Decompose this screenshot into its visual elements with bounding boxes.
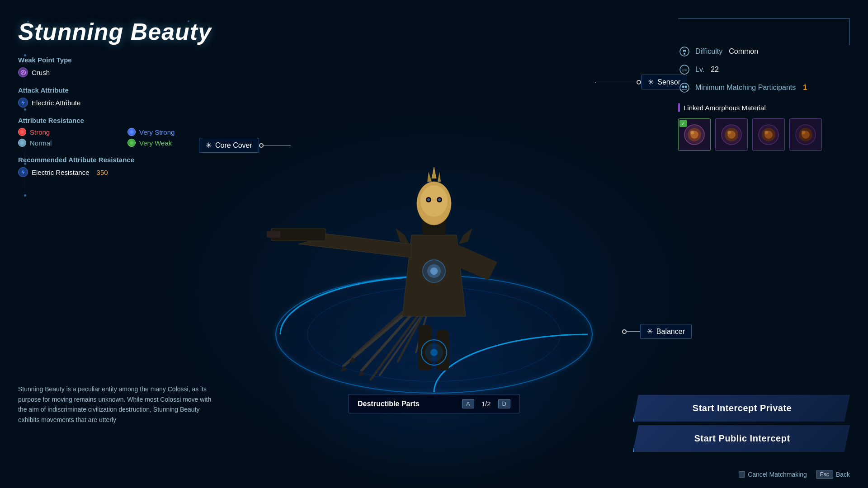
level-label: Lv. bbox=[695, 66, 704, 74]
svg-point-40 bbox=[690, 131, 694, 134]
difficulty-label: Difficulty bbox=[695, 47, 722, 56]
balancer-callout: ✳ Balancer bbox=[622, 324, 692, 339]
material-item-2 bbox=[715, 118, 748, 151]
balancer-label: ✳ Balancer bbox=[640, 324, 692, 339]
weak-point-value: Crush bbox=[32, 69, 50, 76]
prev-key[interactable]: A bbox=[462, 399, 474, 408]
recommended-electric-icon bbox=[18, 167, 28, 177]
attack-attribute-value: Electric Attribute bbox=[32, 99, 80, 107]
title-accent-bar bbox=[678, 103, 680, 112]
resistance-normal: Normal bbox=[18, 139, 117, 147]
material-item-4 bbox=[789, 118, 822, 151]
svg-marker-11 bbox=[358, 371, 365, 376]
action-buttons: Start Intercept Private Start Public Int… bbox=[633, 395, 850, 452]
esc-key[interactable]: Esc bbox=[816, 470, 833, 479]
very-weak-label: Very Weak bbox=[139, 139, 172, 147]
svg-point-25 bbox=[427, 198, 430, 201]
level-value: 22 bbox=[711, 66, 719, 74]
material-item-3 bbox=[752, 118, 785, 151]
destructible-parts-bar: Destructible Parts A 1/2 D bbox=[348, 394, 520, 413]
very-strong-dot bbox=[127, 128, 136, 136]
cancel-matchmaking-area: Cancel Matchmaking bbox=[739, 471, 807, 478]
parts-navigation: A 1/2 D bbox=[462, 399, 510, 408]
material-check-1: ✓ bbox=[679, 120, 687, 127]
bottom-bar: Cancel Matchmaking Esc Back bbox=[739, 470, 850, 479]
sensor-callout: ✳ Sensor bbox=[595, 75, 687, 89]
back-label: Back bbox=[836, 471, 850, 478]
sep-dot bbox=[24, 194, 26, 197]
difficulty-value: Common bbox=[729, 47, 758, 56]
destructible-parts-label: Destructible Parts bbox=[358, 400, 420, 408]
svg-point-52 bbox=[802, 131, 805, 134]
svg-point-31 bbox=[684, 53, 685, 55]
strong-label: Strong bbox=[30, 128, 50, 136]
svg-marker-12 bbox=[340, 366, 347, 371]
core-cover-label: ✳ Core Cover bbox=[199, 138, 259, 153]
level-icon: UP bbox=[678, 63, 691, 76]
top-right-accent bbox=[678, 18, 850, 45]
difficulty-icon bbox=[678, 45, 691, 58]
difficulty-row: Difficulty Common bbox=[678, 45, 850, 58]
cancel-matchmaking-label: Cancel Matchmaking bbox=[748, 471, 807, 478]
svg-point-26 bbox=[438, 198, 441, 201]
back-area[interactable]: Esc Back bbox=[816, 470, 850, 479]
electric-icon bbox=[18, 98, 28, 108]
svg-text:UP: UP bbox=[682, 68, 688, 72]
min-participants-value: 1 bbox=[803, 84, 807, 92]
svg-point-35 bbox=[682, 86, 684, 88]
svg-point-44 bbox=[727, 131, 731, 134]
resistance-strong: Strong bbox=[18, 128, 117, 136]
start-intercept-private-button[interactable]: Start Intercept Private bbox=[633, 395, 850, 422]
svg-point-36 bbox=[685, 86, 687, 88]
participants-icon bbox=[678, 81, 691, 94]
linked-material-title: Linked Amorphous Material bbox=[678, 103, 850, 112]
recommended-attribute-value: Electric Resistance bbox=[32, 169, 90, 176]
svg-rect-20 bbox=[267, 231, 280, 238]
cancel-checkbox bbox=[739, 471, 745, 478]
svg-point-22 bbox=[420, 185, 448, 217]
strong-dot bbox=[18, 128, 26, 136]
start-public-intercept-button[interactable]: Start Public Intercept bbox=[633, 425, 850, 452]
parts-page: 1/2 bbox=[481, 400, 491, 408]
min-participants-row: Minimum Matching Participants 1 bbox=[678, 81, 850, 94]
svg-point-18 bbox=[430, 267, 438, 275]
normal-dot bbox=[18, 139, 26, 147]
materials-grid: ✓ bbox=[678, 118, 850, 151]
recommended-value: 350 bbox=[97, 169, 108, 176]
level-row: UP Lv. 22 bbox=[678, 63, 850, 76]
min-participants-label: Minimum Matching Participants bbox=[695, 84, 796, 92]
right-panel: Difficulty Common UP Lv. 22 Minimum Matc… bbox=[678, 45, 850, 151]
svg-point-29 bbox=[430, 349, 438, 356]
crush-icon bbox=[18, 67, 28, 77]
normal-label: Normal bbox=[30, 139, 52, 147]
core-cover-callout: ✳ Core Cover bbox=[199, 138, 291, 153]
boss-character bbox=[326, 145, 542, 380]
svg-point-48 bbox=[764, 131, 768, 134]
linked-material-section: Linked Amorphous Material ✓ bbox=[678, 103, 850, 151]
center-area: ✳ Sensor ✳ Core Cover ✳ Balancer Destruc… bbox=[172, 0, 696, 488]
material-item-1: ✓ bbox=[678, 118, 711, 151]
very-strong-label: Very Strong bbox=[139, 128, 175, 136]
next-key[interactable]: D bbox=[498, 399, 510, 408]
very-weak-dot bbox=[127, 139, 136, 147]
